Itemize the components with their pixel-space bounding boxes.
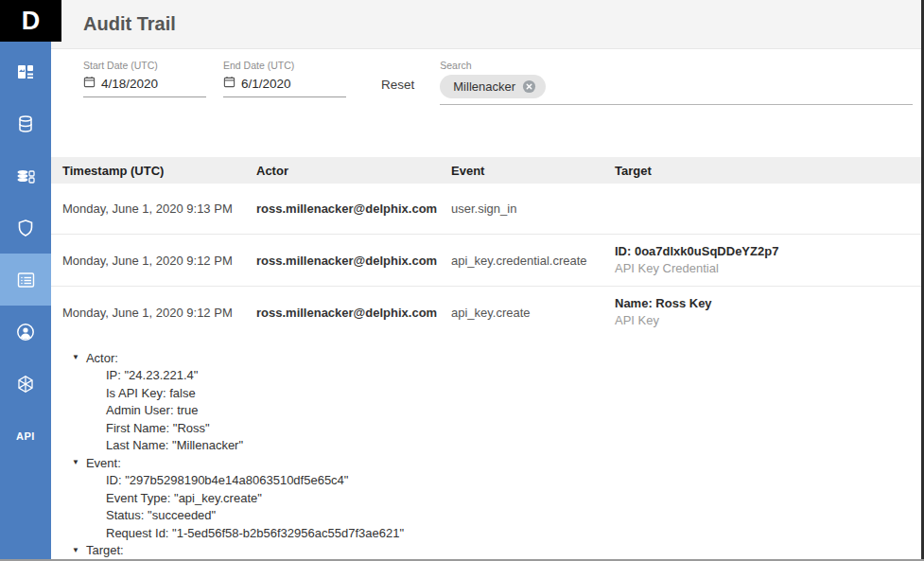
row-timestamp: Monday, June 1, 2020 9:12 PM xyxy=(62,254,256,268)
detail-line: Status: "succeeded" xyxy=(72,507,921,525)
row-actor: ross.millenacker@delphix.com xyxy=(256,202,451,216)
sidebar-item-compliance[interactable] xyxy=(0,202,51,254)
end-date-input[interactable]: 6/1/2020 xyxy=(223,75,346,97)
end-date-value: 6/1/2020 xyxy=(241,77,291,91)
reset-button[interactable]: Reset xyxy=(381,78,414,92)
search-input[interactable]: Millenacker xyxy=(440,75,913,105)
calendar-icon xyxy=(223,75,235,92)
delphix-logo[interactable]: D xyxy=(0,0,61,42)
detail-line: Is API Key: false xyxy=(72,384,921,402)
collapse-triangle-icon[interactable]: ▼ xyxy=(72,459,79,466)
user-icon xyxy=(15,322,36,342)
virtual-databases-icon xyxy=(16,167,36,185)
column-header-event: Event xyxy=(451,164,615,178)
detail-section: ▼ Target: xyxy=(72,542,921,560)
detail-section: ▼ Event: ID: "297b5298190b4e14a8063510df… xyxy=(72,454,921,542)
sidebar-item-audit-trail[interactable] xyxy=(0,254,51,306)
shield-icon xyxy=(16,219,35,237)
detail-section-label: Actor: xyxy=(86,351,118,365)
search-chip: Millenacker xyxy=(440,75,546,98)
sidebar-item-virtual-databases[interactable] xyxy=(0,149,51,202)
detail-line: First Name: "Ross" xyxy=(72,419,921,437)
detail-section-header[interactable]: ▼ Actor: xyxy=(72,349,921,367)
column-header-actor: Actor xyxy=(256,164,451,178)
sidebar-item-dashboard[interactable] xyxy=(0,45,51,97)
detail-section-label: Event: xyxy=(86,456,121,470)
section-lines: IP: "24.23.221.4"Is API Key: falseAdmin … xyxy=(72,367,921,455)
sidebar-item-plugins[interactable] xyxy=(0,358,51,410)
row-timestamp: Monday, June 1, 2020 9:12 PM xyxy=(62,306,256,320)
detail-line: Last Name: "Millenacker" xyxy=(72,437,921,455)
start-date-input[interactable]: 4/18/2020 xyxy=(83,75,206,97)
detail-section-header[interactable]: ▼ Event: xyxy=(72,454,921,472)
details-sections: ▼ Actor: IP: "24.23.221.4"Is API Key: fa… xyxy=(72,349,921,559)
detail-section-label: Target: xyxy=(86,543,124,557)
audit-table: Timestamp (UTC) Actor Event Target Monda… xyxy=(17,157,921,559)
calendar-icon xyxy=(83,75,96,92)
collapse-triangle-icon[interactable]: ▼ xyxy=(72,354,79,361)
row-target: Name: Ross Key API Key xyxy=(615,287,921,338)
sidebar-item-databases[interactable] xyxy=(0,97,51,149)
app-window: D xyxy=(0,0,924,561)
detail-section-header[interactable]: ▼ Target: xyxy=(72,542,921,560)
api-icon: API xyxy=(16,430,35,442)
sidebar: API xyxy=(0,0,51,559)
filter-bar: Start Date (UTC) 4/18/2020 End Date (UTC… xyxy=(51,49,924,105)
row-target-secondary: API Key xyxy=(615,312,921,329)
page-header: Audit Trail xyxy=(51,0,924,49)
row-target-primary: Name: Ross Key xyxy=(615,295,921,312)
row-event: api_key.credential.create xyxy=(451,254,615,268)
row-target: ID: 0oa7dlxk0uSqDDeYZ2p7 API Key Credent… xyxy=(615,235,921,286)
audit-list-icon xyxy=(16,271,36,289)
plugins-hexagon-icon xyxy=(16,375,35,394)
column-header-timestamp: Timestamp (UTC) xyxy=(62,164,256,178)
row-target-primary: ID: 0oa7dlxk0uSqDDeYZ2p7 xyxy=(615,243,921,260)
search-chip-text: Millenacker xyxy=(453,79,515,94)
row-event: api_key.create xyxy=(451,306,615,320)
collapse-triangle-icon[interactable]: ▼ xyxy=(72,547,79,554)
sidebar-item-api[interactable]: API xyxy=(0,410,51,462)
row-actor: ross.millenacker@delphix.com xyxy=(256,254,451,268)
table-row[interactable]: Monday, June 1, 2020 9:12 PM ross.millen… xyxy=(17,287,921,338)
start-date-label: Start Date (UTC) xyxy=(83,60,206,71)
table-row[interactable]: Monday, June 1, 2020 9:12 PM ross.millen… xyxy=(17,235,921,287)
start-date-field[interactable]: Start Date (UTC) 4/18/2020 xyxy=(83,60,206,97)
row-target-secondary: API Key Credential xyxy=(615,260,921,277)
detail-line: Event Type: "api_key.create" xyxy=(72,489,921,507)
row-event: user.sign_in xyxy=(451,202,615,216)
end-date-field[interactable]: End Date (UTC) 6/1/2020 xyxy=(223,60,346,97)
table-row[interactable]: Monday, June 1, 2020 9:13 PM ross.millen… xyxy=(17,184,921,235)
sidebar-item-accounts[interactable] xyxy=(0,306,51,358)
dashboard-icon xyxy=(16,62,35,81)
expanded-row-details: ▼ Actor: IP: "24.23.221.4"Is API Key: fa… xyxy=(17,338,921,559)
database-icon xyxy=(16,114,35,133)
detail-line: ID: "297b5298190b4e14a8063510df5e65c4" xyxy=(72,472,921,490)
column-header-target: Target xyxy=(615,164,921,178)
page-title: Audit Trail xyxy=(83,13,176,35)
detail-line: Admin User: true xyxy=(72,402,921,420)
detail-section: ▼ Actor: IP: "24.23.221.4"Is API Key: fa… xyxy=(72,349,921,454)
start-date-value: 4/18/2020 xyxy=(101,77,158,91)
table-header-row: Timestamp (UTC) Actor Event Target xyxy=(17,157,921,184)
row-target xyxy=(615,201,921,218)
end-date-label: End Date (UTC) xyxy=(223,60,346,71)
chip-close-icon[interactable] xyxy=(522,79,536,94)
detail-line: IP: "24.23.221.4" xyxy=(72,367,921,385)
row-actor: ross.millenacker@delphix.com xyxy=(256,306,451,320)
section-lines: ID: "297b5298190b4e14a8063510df5e65c4"Ev… xyxy=(72,472,921,542)
table-body: Monday, June 1, 2020 9:13 PM ross.millen… xyxy=(17,184,921,559)
search-field[interactable]: Search Millenacker xyxy=(440,60,913,105)
search-label: Search xyxy=(440,60,913,71)
row-timestamp: Monday, June 1, 2020 9:13 PM xyxy=(62,202,256,216)
logo-letter: D xyxy=(22,7,41,36)
detail-line: Request Id: "1-5ed56f58-b2b56f32956ac55d… xyxy=(72,524,921,542)
